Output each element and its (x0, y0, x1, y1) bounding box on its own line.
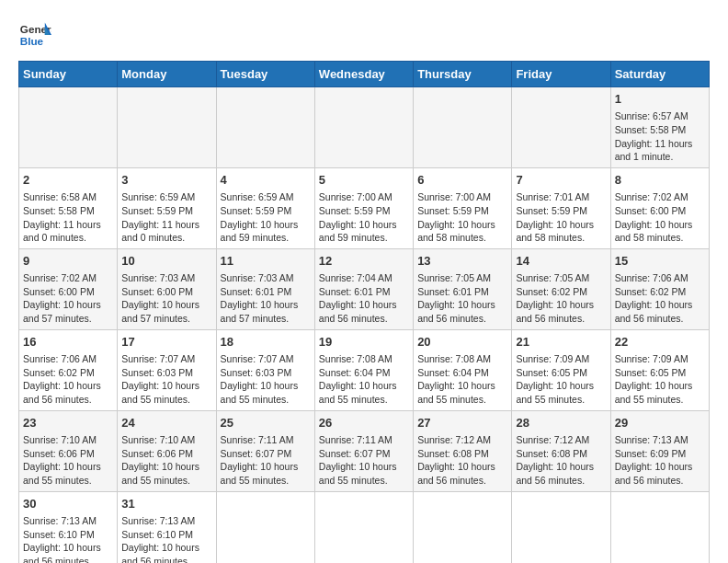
day-info: Sunrise: 7:00 AMSunset: 5:59 PMDaylight:… (417, 190, 507, 245)
calendar-cell (414, 491, 512, 563)
calendar-cell (19, 87, 118, 168)
calendar-cell: 28Sunrise: 7:12 AMSunset: 6:08 PMDayligh… (512, 410, 610, 491)
day-info: Sunrise: 7:06 AMSunset: 6:02 PMDaylight:… (615, 271, 705, 326)
calendar-cell (314, 491, 413, 563)
col-thursday: Thursday (414, 62, 512, 87)
calendar-cell: 19Sunrise: 7:08 AMSunset: 6:04 PMDayligh… (314, 329, 413, 410)
calendar-cell: 20Sunrise: 7:08 AMSunset: 6:04 PMDayligh… (414, 329, 512, 410)
calendar-cell (118, 87, 216, 168)
header: General Blue (18, 18, 710, 52)
col-friday: Friday (512, 62, 610, 87)
calendar-week-5: 23Sunrise: 7:10 AMSunset: 6:06 PMDayligh… (19, 410, 710, 491)
calendar-cell: 21Sunrise: 7:09 AMSunset: 6:05 PMDayligh… (512, 329, 610, 410)
calendar-cell: 3Sunrise: 6:59 AMSunset: 5:59 PMDaylight… (118, 167, 216, 248)
calendar-cell: 22Sunrise: 7:09 AMSunset: 6:05 PMDayligh… (610, 329, 709, 410)
calendar-cell (610, 491, 709, 563)
day-number: 22 (615, 334, 705, 350)
col-tuesday: Tuesday (216, 62, 314, 87)
calendar-cell: 24Sunrise: 7:10 AMSunset: 6:06 PMDayligh… (118, 410, 216, 491)
day-info: Sunrise: 7:04 AMSunset: 6:01 PMDaylight:… (319, 271, 409, 326)
day-number: 10 (121, 253, 211, 270)
calendar-cell: 11Sunrise: 7:03 AMSunset: 6:01 PMDayligh… (216, 248, 314, 329)
day-info: Sunrise: 7:08 AMSunset: 6:04 PMDaylight:… (417, 352, 507, 407)
logo-icon: General Blue (18, 18, 51, 52)
day-number: 16 (23, 334, 113, 350)
day-number: 23 (23, 415, 113, 431)
calendar-cell: 2Sunrise: 6:58 AMSunset: 5:58 PMDaylight… (19, 167, 118, 248)
calendar-cell: 29Sunrise: 7:13 AMSunset: 6:09 PMDayligh… (610, 410, 709, 491)
day-number: 19 (319, 334, 409, 350)
calendar-cell: 15Sunrise: 7:06 AMSunset: 6:02 PMDayligh… (610, 248, 709, 329)
calendar-table: Sunday Monday Tuesday Wednesday Thursday… (18, 61, 710, 563)
day-number: 30 (23, 496, 113, 512)
day-number: 25 (221, 415, 311, 431)
col-monday: Monday (118, 62, 216, 87)
day-info: Sunrise: 7:09 AMSunset: 6:05 PMDaylight:… (516, 352, 606, 407)
day-number: 6 (417, 172, 507, 189)
day-number: 17 (121, 334, 211, 350)
day-info: Sunrise: 7:05 AMSunset: 6:01 PMDaylight:… (417, 271, 507, 326)
day-number: 28 (516, 415, 606, 431)
calendar-cell: 1Sunrise: 6:57 AMSunset: 5:58 PMDaylight… (610, 87, 709, 168)
day-info: Sunrise: 6:59 AMSunset: 5:59 PMDaylight:… (221, 190, 311, 245)
calendar-cell: 9Sunrise: 7:02 AMSunset: 6:00 PMDaylight… (19, 248, 118, 329)
day-info: Sunrise: 7:08 AMSunset: 6:04 PMDaylight:… (319, 352, 409, 407)
day-info: Sunrise: 7:13 AMSunset: 6:10 PMDaylight:… (121, 514, 211, 563)
calendar-week-2: 2Sunrise: 6:58 AMSunset: 5:58 PMDaylight… (19, 167, 710, 248)
day-info: Sunrise: 7:10 AMSunset: 6:06 PMDaylight:… (121, 433, 211, 488)
day-info: Sunrise: 7:13 AMSunset: 6:10 PMDaylight:… (23, 514, 113, 563)
calendar-cell: 23Sunrise: 7:10 AMSunset: 6:06 PMDayligh… (19, 410, 118, 491)
svg-text:Blue: Blue (20, 35, 44, 47)
day-info: Sunrise: 7:11 AMSunset: 6:07 PMDaylight:… (319, 433, 409, 488)
day-info: Sunrise: 7:01 AMSunset: 5:59 PMDaylight:… (516, 190, 606, 245)
calendar-cell: 17Sunrise: 7:07 AMSunset: 6:03 PMDayligh… (118, 329, 216, 410)
day-info: Sunrise: 7:12 AMSunset: 6:08 PMDaylight:… (417, 433, 507, 488)
day-number: 7 (516, 172, 606, 189)
calendar-cell (314, 87, 413, 168)
day-info: Sunrise: 7:13 AMSunset: 6:09 PMDaylight:… (615, 433, 705, 488)
day-number: 27 (417, 415, 507, 431)
calendar-cell (216, 87, 314, 168)
day-number: 9 (23, 253, 113, 270)
day-info: Sunrise: 7:12 AMSunset: 6:08 PMDaylight:… (516, 433, 606, 488)
calendar-cell: 12Sunrise: 7:04 AMSunset: 6:01 PMDayligh… (314, 248, 413, 329)
day-info: Sunrise: 7:03 AMSunset: 6:00 PMDaylight:… (121, 271, 211, 326)
day-number: 18 (221, 334, 311, 350)
day-number: 21 (516, 334, 606, 350)
calendar-week-4: 16Sunrise: 7:06 AMSunset: 6:02 PMDayligh… (19, 329, 710, 410)
calendar-cell: 7Sunrise: 7:01 AMSunset: 5:59 PMDaylight… (512, 167, 610, 248)
calendar-week-3: 9Sunrise: 7:02 AMSunset: 6:00 PMDaylight… (19, 248, 710, 329)
day-info: Sunrise: 7:10 AMSunset: 6:06 PMDaylight:… (23, 433, 113, 488)
calendar-cell: 27Sunrise: 7:12 AMSunset: 6:08 PMDayligh… (414, 410, 512, 491)
day-info: Sunrise: 7:06 AMSunset: 6:02 PMDaylight:… (23, 352, 113, 407)
col-saturday: Saturday (610, 62, 709, 87)
day-info: Sunrise: 7:02 AMSunset: 6:00 PMDaylight:… (23, 271, 113, 326)
day-info: Sunrise: 7:07 AMSunset: 6:03 PMDaylight:… (121, 352, 211, 407)
day-number: 2 (23, 172, 113, 189)
calendar-week-1: 1Sunrise: 6:57 AMSunset: 5:58 PMDaylight… (19, 87, 710, 168)
day-number: 15 (615, 253, 705, 270)
header-row: Sunday Monday Tuesday Wednesday Thursday… (19, 62, 710, 87)
day-number: 3 (121, 172, 211, 189)
calendar-cell (512, 491, 610, 563)
day-number: 11 (221, 253, 311, 270)
calendar-cell: 26Sunrise: 7:11 AMSunset: 6:07 PMDayligh… (314, 410, 413, 491)
day-number: 12 (319, 253, 409, 270)
calendar-cell (414, 87, 512, 168)
day-info: Sunrise: 7:02 AMSunset: 6:00 PMDaylight:… (615, 190, 705, 245)
day-number: 5 (319, 172, 409, 189)
col-sunday: Sunday (19, 62, 118, 87)
calendar-cell: 13Sunrise: 7:05 AMSunset: 6:01 PMDayligh… (414, 248, 512, 329)
calendar-cell: 10Sunrise: 7:03 AMSunset: 6:00 PMDayligh… (118, 248, 216, 329)
calendar-cell: 16Sunrise: 7:06 AMSunset: 6:02 PMDayligh… (19, 329, 118, 410)
calendar-cell: 5Sunrise: 7:00 AMSunset: 5:59 PMDaylight… (314, 167, 413, 248)
day-number: 8 (615, 172, 705, 189)
col-wednesday: Wednesday (314, 62, 413, 87)
calendar-cell: 25Sunrise: 7:11 AMSunset: 6:07 PMDayligh… (216, 410, 314, 491)
logo: General Blue (18, 18, 51, 52)
day-number: 4 (221, 172, 311, 189)
day-number: 26 (319, 415, 409, 431)
day-info: Sunrise: 6:58 AMSunset: 5:58 PMDaylight:… (23, 190, 113, 245)
day-info: Sunrise: 7:00 AMSunset: 5:59 PMDaylight:… (319, 190, 409, 245)
calendar-cell: 6Sunrise: 7:00 AMSunset: 5:59 PMDaylight… (414, 167, 512, 248)
